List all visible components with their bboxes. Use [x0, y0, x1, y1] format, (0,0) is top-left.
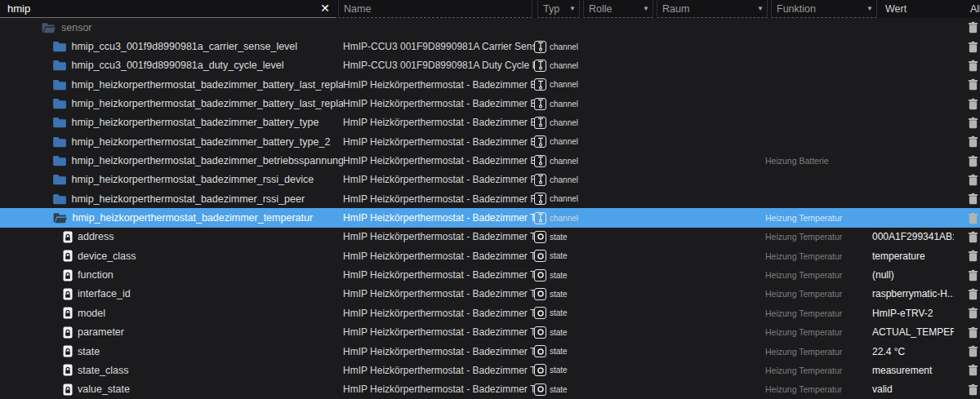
funktion-cell: Heizung Batterie — [760, 151, 866, 170]
folder-icon — [52, 79, 67, 91]
chevron-down-icon[interactable]: ▼ — [754, 5, 764, 12]
tree-cell[interactable]: hmip_heizkorperthermostat_badezimmer_rss… — [0, 189, 343, 208]
folder-icon — [52, 41, 67, 52]
typ-label: channel — [546, 137, 578, 146]
name-cell: HmIP-CCU3 001F9D8990981A Duty Cycle Leve… — [343, 56, 534, 75]
tree-cell[interactable]: interface_id — [0, 285, 343, 304]
tree-cell[interactable]: hmip_heizkorperthermostat_badezimmer_bat… — [0, 94, 343, 113]
chevron-down-icon[interactable]: ▼ — [863, 5, 873, 12]
delete-icon[interactable] — [968, 193, 978, 205]
table-row[interactable]: function HmIP Heizkörperthermostat - Bad… — [0, 265, 980, 284]
table-row[interactable]: address HmIP Heizkörperthermostat - Bade… — [0, 228, 980, 246]
delete-icon[interactable] — [968, 21, 978, 33]
tree-cell[interactable]: sensor — [0, 18, 343, 37]
delete-icon[interactable] — [968, 364, 978, 376]
raum-cell — [648, 246, 760, 265]
typ-label: channel — [546, 80, 578, 89]
tree-cell[interactable]: device_class — [0, 246, 343, 265]
table-row[interactable]: hmip_heizkorperthermostat_badezimmer_bat… — [0, 132, 980, 151]
delete-icon[interactable] — [968, 135, 978, 148]
name-cell: HmIP Heizkörperthermostat - Badezimmer B… — [343, 151, 534, 170]
tree-cell[interactable]: parameter — [0, 323, 343, 342]
table-row[interactable]: hmip_heizkorperthermostat_badezimmer_bet… — [0, 151, 980, 170]
delete-icon[interactable] — [968, 307, 978, 319]
table-row[interactable]: interface_id HmIP Heizkörperthermostat -… — [0, 285, 980, 304]
tree-cell[interactable]: hmip_ccu3_001f9d8990981a_duty_cycle_leve… — [0, 56, 343, 75]
object-id-label: hmip_heizkorperthermostat_badezimmer_bat… — [67, 136, 331, 148]
name-filter-input[interactable]: Name — [344, 3, 371, 15]
delete-icon[interactable] — [968, 269, 978, 282]
table-row[interactable]: sensor — [0, 18, 980, 37]
table-row[interactable]: value_state HmIP Heizkörperthermostat - … — [0, 380, 980, 399]
table-row[interactable]: hmip_heizkorperthermostat_badezimmer_rss… — [0, 189, 980, 208]
delete-icon[interactable] — [968, 250, 978, 262]
delete-icon[interactable] — [968, 326, 978, 339]
delete-icon[interactable] — [968, 117, 978, 129]
tree-cell[interactable]: hmip_ccu3_001f9d8990981a_carrier_sense_l… — [0, 37, 343, 55]
funktion-cell: Heizung Temperatur — [760, 304, 866, 322]
clear-filter-icon[interactable]: ✕ — [314, 2, 336, 16]
tree-cell[interactable]: address — [0, 228, 343, 246]
table-row[interactable]: device_class HmIP Heizkörperthermostat -… — [0, 246, 980, 265]
tree-cell[interactable]: function — [0, 265, 343, 284]
delete-icon[interactable] — [968, 345, 978, 357]
delete-icon[interactable] — [968, 383, 978, 396]
id-filter-field[interactable]: hmip ✕ — [0, 0, 336, 18]
table-row[interactable]: hmip_heizkorperthermostat_badezimmer_bat… — [0, 75, 980, 94]
table-row[interactable]: hmip_ccu3_001f9d8990981a_carrier_sense_l… — [0, 37, 980, 55]
column-header-name[interactable]: Name — [336, 0, 536, 18]
chevron-down-icon[interactable]: ▼ — [639, 5, 649, 12]
wert-cell — [866, 208, 954, 227]
table-row[interactable]: state HmIP Heizkörperthermostat - Badezi… — [0, 342, 980, 361]
table-row[interactable]: hmip_heizkorperthermostat_badezimmer_tem… — [0, 208, 980, 227]
delete-icon[interactable] — [968, 288, 978, 300]
delete-icon[interactable] — [968, 60, 978, 72]
column-header-typ[interactable]: Typ▼ — [536, 0, 581, 18]
table-row[interactable]: state_class HmIP Heizkörperthermostat - … — [0, 361, 980, 379]
tree-cell[interactable]: hmip_heizkorperthermostat_badezimmer_rss… — [0, 171, 343, 189]
tree-cell[interactable]: hmip_heizkorperthermostat_badezimmer_bat… — [0, 75, 343, 94]
tree-cell[interactable]: state — [0, 342, 343, 361]
delete-icon[interactable] — [968, 41, 978, 53]
delete-icon[interactable] — [968, 231, 978, 243]
raum-cell — [648, 75, 760, 94]
table-row[interactable]: parameter HmIP Heizkörperthermostat - Ba… — [0, 323, 980, 342]
rolle-filter-select[interactable]: Rolle — [589, 3, 612, 15]
typ-filter-select[interactable]: Typ — [543, 3, 559, 15]
name-cell: HmIP Heizkörperthermostat - Badezimmer R… — [343, 189, 534, 208]
tree-cell[interactable]: state_class — [0, 361, 343, 379]
tree-cell[interactable]: hmip_heizkorperthermostat_badezimmer_tem… — [0, 208, 343, 227]
raum-cell — [648, 18, 760, 37]
column-header-alle[interactable]: Alle a — [965, 0, 980, 18]
table-row[interactable]: model HmIP Heizkörperthermostat - Badezi… — [0, 304, 980, 322]
tree-cell[interactable]: value_state — [0, 380, 343, 399]
delete-icon[interactable] — [968, 78, 978, 91]
column-header-funktion[interactable]: Funktion▼ — [769, 0, 879, 18]
tree-cell[interactable]: hmip_heizkorperthermostat_badezimmer_bat… — [0, 113, 343, 132]
tree-cell[interactable]: hmip_heizkorperthermostat_badezimmer_bet… — [0, 151, 343, 170]
delete-icon[interactable] — [968, 174, 978, 186]
column-header-raum[interactable]: Raum▼ — [655, 0, 769, 18]
typ-label: channel — [546, 194, 578, 203]
channel-badge-icon — [534, 135, 546, 148]
tree-cell[interactable]: model — [0, 304, 343, 322]
tree-cell[interactable]: hmip_heizkorperthermostat_badezimmer_bat… — [0, 132, 343, 151]
table-row[interactable]: hmip_heizkorperthermostat_badezimmer_bat… — [0, 113, 980, 132]
funktion-cell — [760, 56, 866, 75]
id-filter-value[interactable]: hmip — [7, 2, 30, 15]
table-row[interactable]: hmip_heizkorperthermostat_badezimmer_bat… — [0, 94, 980, 113]
typ-cell: state — [534, 361, 578, 379]
column-header-rolle[interactable]: Rolle▼ — [581, 0, 655, 18]
delete-icon[interactable] — [968, 212, 978, 224]
typ-label: channel — [546, 175, 578, 184]
delete-icon[interactable] — [968, 155, 978, 167]
chevron-down-icon[interactable]: ▼ — [566, 5, 576, 12]
raum-cell — [648, 171, 760, 189]
funktion-filter-select[interactable]: Funktion — [777, 3, 816, 15]
alle-column-label[interactable]: Alle a — [970, 3, 980, 15]
typ-cell: state — [534, 265, 578, 284]
table-row[interactable]: hmip_ccu3_001f9d8990981a_duty_cycle_leve… — [0, 56, 980, 75]
delete-icon[interactable] — [968, 98, 978, 110]
table-row[interactable]: hmip_heizkorperthermostat_badezimmer_rss… — [0, 171, 980, 189]
raum-filter-select[interactable]: Raum — [662, 3, 689, 15]
